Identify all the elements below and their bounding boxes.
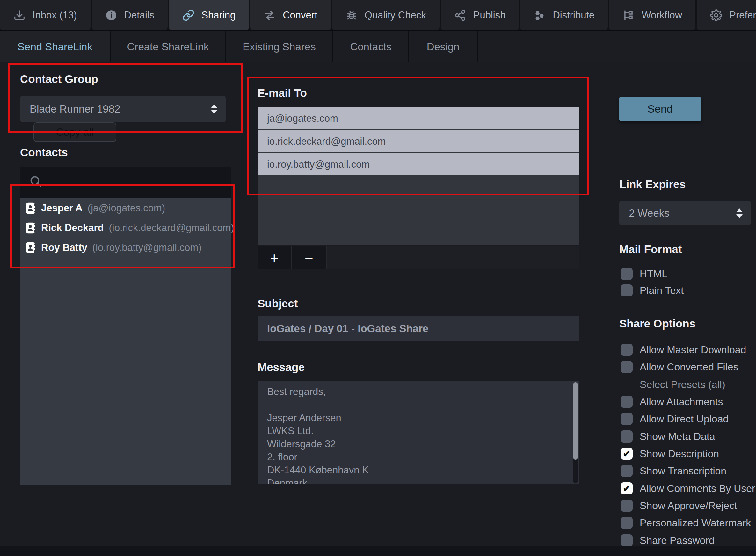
tab-label: Publish: [473, 9, 506, 21]
tab-preferences[interactable]: Preferences: [697, 0, 756, 30]
tab-label: Inbox (13): [33, 9, 77, 21]
checkbox-icon[interactable]: [620, 430, 633, 443]
option-select-presets[interactable]: Select Presets (all): [620, 378, 725, 390]
checkbox-icon[interactable]: [620, 268, 633, 280]
contact-card-icon: [26, 242, 36, 254]
copy-all-button[interactable]: Copy all: [33, 123, 116, 142]
send-button[interactable]: Send: [619, 97, 701, 121]
spinner-arrows-icon: [211, 104, 217, 114]
tab-quality-check[interactable]: Quality Check: [332, 0, 439, 30]
checkbox-icon[interactable]: [620, 344, 633, 356]
tab-sharing[interactable]: Sharing: [169, 0, 249, 30]
message-textarea[interactable]: Best regards, Jesper Andersen LWKS Ltd. …: [257, 381, 579, 484]
subtab-label: Design: [427, 41, 460, 53]
tab-label: Distribute: [553, 9, 595, 21]
option-allow-converted-files[interactable]: Allow Converted Files: [620, 361, 738, 373]
tab-label: Convert: [283, 9, 318, 21]
subtab-label: Contacts: [350, 41, 391, 53]
option-share-password[interactable]: Share Password: [620, 534, 715, 547]
divider: [326, 246, 327, 269]
subtab-create-sharelink[interactable]: Create ShareLink: [111, 31, 226, 62]
link-icon: [182, 9, 195, 22]
link-expires-heading: Link Expires: [619, 178, 686, 190]
contact-email: (ja@iogates.com): [88, 203, 165, 214]
contacts-list: Jesper A (ja@iogates.com) Rick Deckard (…: [20, 198, 231, 485]
tab-convert[interactable]: Convert: [250, 0, 331, 30]
checkbox-label: Show Transcription: [640, 465, 726, 477]
email-to-heading: E-mail To: [257, 87, 307, 100]
checkbox-icon[interactable]: [620, 465, 633, 477]
subtab-send-sharelink[interactable]: Send ShareLink: [0, 31, 111, 62]
tab-distribute[interactable]: Distribute: [520, 0, 608, 30]
contact-group-heading: Contact Group: [20, 73, 98, 85]
scrollbar-thumb[interactable]: [573, 382, 578, 460]
sharing-screen: Inbox (13) Details Sharing Convert Quali…: [0, 0, 756, 556]
email-to-listbox[interactable]: ja@iogates.com io.rick.deckard@gmail.com…: [257, 107, 579, 245]
mail-format-html[interactable]: HTML: [620, 268, 668, 280]
recipient-row[interactable]: io.rick.deckard@gmail.com: [257, 130, 579, 152]
contact-group-value: Blade Runner 1982: [30, 96, 120, 123]
contact-name: Jesper A: [41, 203, 82, 214]
search-icon[interactable]: [29, 175, 43, 189]
workflow-icon: [622, 9, 635, 22]
checkbox-label: Allow Direct Upload: [640, 413, 729, 425]
subtab-design[interactable]: Design: [409, 31, 478, 62]
subject-input[interactable]: IoGates / Day 01 - ioGates Share: [257, 316, 579, 341]
option-allow-direct-upload[interactable]: Allow Direct Upload: [620, 413, 729, 425]
download-icon: [13, 9, 26, 22]
option-allow-attachments[interactable]: Allow Attachments: [620, 396, 723, 408]
checkbox-label: Allow Converted Files: [640, 361, 738, 373]
checkbox-label: Show Description: [640, 448, 719, 460]
contact-row[interactable]: Rick Deckard (io.rick.deckard@gmail.com): [20, 218, 231, 238]
subtab-label: Send ShareLink: [17, 41, 93, 53]
checkbox-icon[interactable]: [620, 361, 633, 373]
contact-row[interactable]: Roy Batty (io.roy.batty@gmail.com): [20, 238, 231, 257]
checkbox-icon[interactable]: [620, 482, 633, 494]
tab-publish[interactable]: Publish: [441, 0, 519, 30]
mail-format-plain-text[interactable]: Plain Text: [620, 284, 684, 297]
checkbox-icon[interactable]: [620, 517, 633, 529]
checkbox-icon[interactable]: [620, 396, 633, 408]
tab-label: Sharing: [202, 9, 236, 21]
checkbox-label: Allow Master Download: [640, 344, 746, 356]
checkbox-icon[interactable]: [620, 284, 633, 297]
tab-workflow[interactable]: Workflow: [609, 0, 695, 30]
option-allow-master-download[interactable]: Allow Master Download: [620, 344, 746, 356]
add-recipient-button[interactable]: +: [257, 246, 291, 269]
checkbox-label: Allow Comments By User: [640, 483, 755, 494]
checkbox-label: Share Password: [640, 535, 715, 547]
option-show-meta-data[interactable]: Show Meta Data: [620, 430, 715, 443]
recipient-actions: + −: [257, 246, 579, 269]
recipient-row[interactable]: io.roy.batty@gmail.com: [257, 153, 579, 175]
option-show-description[interactable]: Show Description: [620, 448, 719, 460]
option-show-approve-reject[interactable]: Show Approve/Reject: [620, 499, 737, 512]
share-icon: [454, 9, 467, 22]
option-show-transcription[interactable]: Show Transcription: [620, 465, 726, 477]
sharing-subtabs: Send ShareLink Create ShareLink Existing…: [0, 31, 756, 62]
link-expires-value: 2 Weeks: [629, 201, 670, 225]
checkbox-icon[interactable]: [620, 534, 633, 547]
contacts-panel: Jesper A (ja@iogates.com) Rick Deckard (…: [20, 167, 231, 485]
option-allow-comments-by-user[interactable]: Allow Comments By User: [620, 482, 755, 494]
tab-details[interactable]: Details: [92, 0, 168, 30]
recipient-row[interactable]: ja@iogates.com: [257, 107, 579, 130]
message-scrollbar[interactable]: [573, 382, 578, 483]
tab-label: Preferences: [729, 9, 756, 21]
subject-heading: Subject: [257, 297, 298, 310]
link-expires-select[interactable]: 2 Weeks: [619, 201, 751, 225]
subtab-contacts[interactable]: Contacts: [333, 31, 409, 62]
checkbox-icon[interactable]: [620, 499, 633, 512]
contact-group-select[interactable]: Blade Runner 1982: [20, 96, 226, 123]
checkbox-icon[interactable]: [620, 413, 633, 425]
contacts-heading: Contacts: [20, 146, 68, 159]
subtab-existing-shares[interactable]: Existing Shares: [226, 31, 333, 62]
checkbox-icon[interactable]: [620, 448, 633, 460]
tab-inbox[interactable]: Inbox (13): [0, 0, 91, 30]
bug-icon: [346, 9, 358, 22]
option-personalized-watermark[interactable]: Personalized Watermark: [620, 517, 751, 529]
top-navigation: Inbox (13) Details Sharing Convert Quali…: [0, 0, 756, 31]
contact-card-icon: [26, 222, 36, 234]
remove-recipient-button[interactable]: −: [292, 246, 326, 269]
contact-row[interactable]: Jesper A (ja@iogates.com): [20, 198, 231, 218]
spinner-arrows-icon: [736, 209, 743, 218]
